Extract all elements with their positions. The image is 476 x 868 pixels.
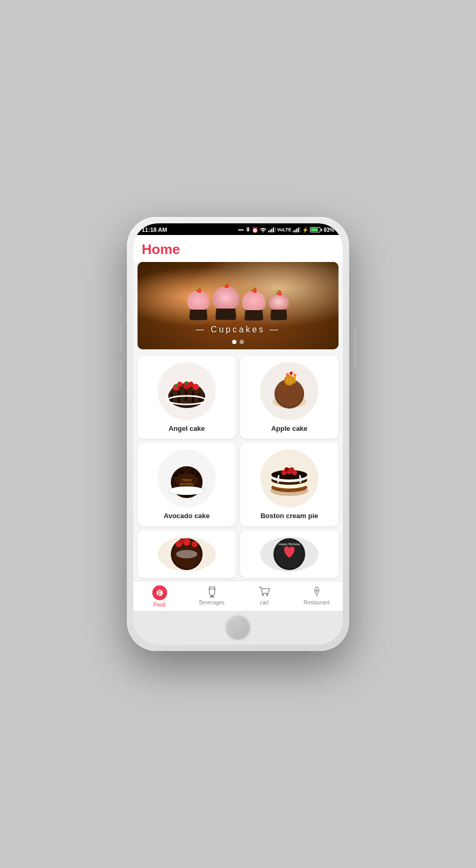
phone-screen: 11:18 AM ••• ⏰ VoLTE [133,223,343,645]
svg-rect-34 [294,376,296,383]
status-indicators: ••• ⏰ VoLTE ⚡ [238,227,334,233]
svg-point-69 [179,538,185,544]
svg-point-82 [316,590,318,592]
svg-point-79 [262,594,264,596]
home-button-area [133,611,343,645]
tab-cart-label: cart [260,600,269,605]
app-content[interactable]: Home [133,235,343,581]
food-tab-dot [152,585,167,600]
svg-point-45 [184,468,190,474]
dot-1[interactable] [232,340,236,344]
svg-text:Happy Birthday: Happy Birthday [278,542,300,546]
tab-bar: Food Beverages [133,581,343,611]
time-display: 11:18 AM [142,227,167,233]
svg-rect-5 [293,231,294,232]
volume-down-button[interactable] [120,360,122,389]
home-button[interactable] [226,615,250,638]
bluetooth-icon [245,227,250,233]
svg-rect-3 [273,228,274,232]
alarm-icon: ⏰ [252,227,258,233]
product-image-apple-cake [260,362,318,420]
cupcake-4 [269,294,289,320]
product-card-angel-cake[interactable]: Angel cake [138,356,236,439]
page-title: Home [142,241,334,258]
svg-point-36 [290,372,293,375]
tab-food-label: Food [153,602,166,608]
banner-title: — Cupcakes — [138,325,338,334]
svg-rect-32 [287,375,288,383]
carousel-dots[interactable] [138,340,338,344]
svg-point-70 [176,550,197,558]
restaurant-icon [310,585,323,598]
product-card-avocado-cake[interactable]: Happy Birthday Avocado cake [138,443,236,526]
svg-rect-2 [271,229,272,232]
svg-point-61 [285,467,289,472]
page-header: Home [133,235,343,262]
svg-point-24 [188,382,194,387]
svg-point-48 [169,486,204,495]
product-image-partial-1 [158,537,216,572]
product-image-boston-cream-pie [260,449,318,508]
product-card-boston-cream-pie[interactable]: Boston cream pie [240,443,338,526]
cupcake-2 [213,286,239,320]
cart-icon [258,585,271,598]
svg-rect-7 [296,229,297,232]
svg-point-23 [177,382,182,387]
battery-indicator [310,227,322,232]
battery-percent: 83% [324,227,334,233]
tab-restaurant[interactable]: Restaurant [290,581,343,611]
svg-point-47 [195,472,200,477]
svg-point-44 [179,469,184,475]
mute-button[interactable] [120,296,122,315]
charging-icon: ⚡ [302,227,308,233]
svg-rect-77 [210,595,214,597]
tab-cart[interactable]: cart [238,581,290,611]
svg-rect-8 [298,228,299,232]
svg-rect-6 [295,230,296,232]
svg-rect-4 [274,227,276,232]
signal-bars [268,227,276,232]
banner-text: — Cupcakes — [138,325,338,334]
wifi-icon [260,227,267,232]
svg-point-62 [290,467,294,472]
tab-beverages-label: Beverages [199,600,225,605]
product-image-avocado-cake: Happy Birthday [158,449,216,508]
signal-dots: ••• [238,227,244,233]
product-card-partial-2[interactable]: Happy Birthday [240,530,338,578]
svg-rect-9 [299,227,300,232]
products-grid: Angel cake [133,356,343,581]
product-name-apple-cake: Apple cake [271,424,308,432]
product-card-partial-1[interactable] [138,530,236,578]
dot-2[interactable] [240,340,244,344]
status-bar: 11:18 AM ••• ⏰ VoLTE [133,223,343,235]
svg-rect-1 [270,230,271,232]
product-name-angel-cake: Angel cake [169,424,205,432]
cupcake-display [138,262,338,349]
svg-point-43 [173,472,179,477]
svg-point-31 [285,376,294,385]
svg-rect-0 [268,231,269,232]
svg-point-35 [286,373,289,376]
product-name-avocado-cake: Avocado cake [164,512,210,520]
beverages-icon [206,585,218,598]
power-button[interactable] [354,328,356,368]
signal-bars-2 [293,227,300,232]
volume-up-button[interactable] [120,323,122,352]
cupcake-1 [187,291,209,320]
tab-beverages[interactable]: Beverages [186,581,238,611]
svg-point-37 [294,374,297,377]
svg-text:Birthday: Birthday [180,482,194,486]
tab-restaurant-label: Restaurant [304,600,329,605]
svg-point-80 [266,594,268,596]
product-card-apple-cake[interactable]: Apple cake [240,356,338,439]
phone-frame: 11:18 AM ••• ⏰ VoLTE [127,217,349,651]
product-image-partial-2: Happy Birthday [260,537,318,572]
svg-point-68 [191,541,198,547]
svg-rect-78 [209,597,215,598]
tab-food[interactable]: Food [133,581,186,611]
app-screen: 11:18 AM ••• ⏰ VoLTE [133,223,343,645]
cupcake-3 [242,291,266,321]
svg-text:Happy: Happy [181,478,193,482]
product-image-angel-cake [158,362,216,420]
banner-carousel[interactable]: — Cupcakes — [138,262,338,349]
